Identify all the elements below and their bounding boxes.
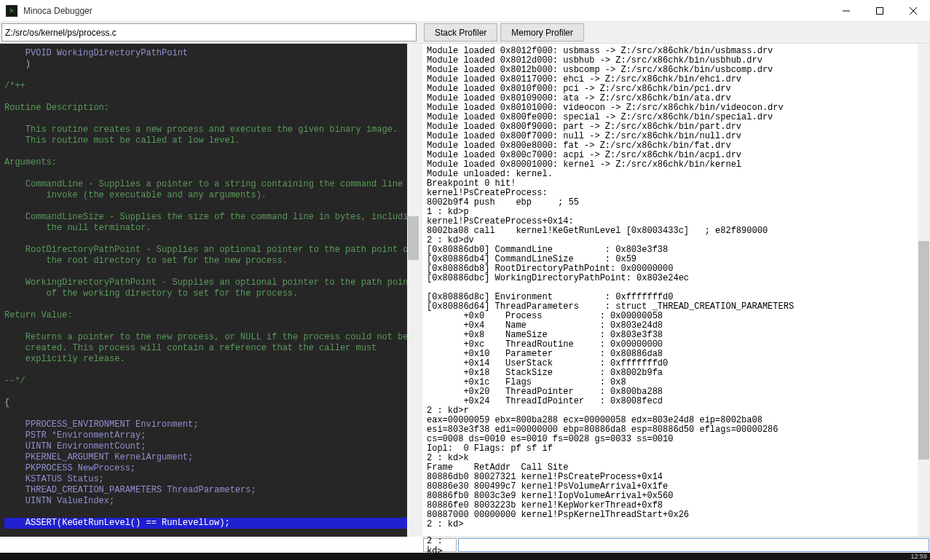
taskbar: 12:59	[0, 553, 930, 560]
source-line	[4, 409, 419, 419]
close-button[interactable]	[896, 0, 930, 22]
source-line: CommandLine - Supplies a pointer to a st…	[4, 179, 419, 190]
source-line	[4, 70, 419, 81]
debug-output-line: 2 : kd>	[427, 520, 926, 529]
source-line: ASSERT(KeGetRunLevel() == RunLevelLow);	[4, 518, 419, 529]
source-line: Routine Description:	[4, 103, 419, 114]
source-line: This routine creates a new process and e…	[4, 125, 419, 135]
source-line	[4, 387, 419, 398]
debug-output-pane[interactable]: Module loaded 0x8012f000: usbmass -> Z:/…	[422, 44, 930, 537]
toolbar: Stack Profiler Memory Profiler	[0, 22, 930, 44]
source-line: THREAD_CREATION_PARAMETERS ThreadParamet…	[4, 485, 419, 496]
source-line: created. This process will contain a ref…	[4, 343, 419, 354]
source-line	[4, 234, 419, 245]
debug-output-line: [0x80886dbc] WorkingDirectoryPathPoint: …	[427, 274, 926, 283]
source-path-input[interactable]	[1, 23, 417, 42]
debug-output-line: 8002ba08 call kernel!KeGetRunLevel [0x80…	[427, 226, 926, 236]
debug-output-line: 8002b9f4 push ebp ; 55	[427, 198, 926, 208]
source-line: PSTR *EnvironmentArray;	[4, 430, 419, 441]
source-line: --*/	[4, 376, 419, 387]
source-scrollbar[interactable]	[407, 44, 419, 537]
source-line: Return Value:	[4, 310, 419, 321]
source-line: /*++	[4, 81, 419, 92]
source-line	[4, 146, 419, 157]
app-icon: >	[6, 5, 17, 17]
prompt-bar: 2 : kd>	[422, 537, 930, 553]
debug-output-line: +0x24 ThreadIdPointer : 0x8008fecd	[427, 397, 926, 406]
scrollbar-thumb[interactable]	[918, 241, 929, 460]
debug-output-line: Iopl: 0 Flags: pf sf if	[427, 444, 926, 454]
source-line: UINTN ValueIndex;	[4, 496, 419, 507]
source-line: This routine must be called at low level…	[4, 135, 419, 146]
source-line: RootDirectoryPathPoint - Supplies an opt…	[4, 245, 419, 256]
source-line: Returns a pointer to the new process, or…	[4, 332, 419, 343]
prompt-label: 2 : kd>	[423, 538, 457, 552]
source-line	[4, 92, 419, 103]
source-line: of the working directory to set for the …	[4, 288, 419, 299]
scrollbar-thumb[interactable]	[408, 216, 419, 260]
source-line	[4, 267, 419, 277]
source-line: WorkingDirectoryPathPoint - Supplies an …	[4, 277, 419, 288]
source-line	[4, 321, 419, 332]
source-line: PPROCESS_ENVIRONMENT Environment;	[4, 419, 419, 430]
window-title: Minoca Debugger	[23, 6, 829, 16]
source-line: CommandLineSize - Supplies the size of t…	[4, 212, 419, 223]
source-line	[4, 114, 419, 125]
source-line	[4, 507, 419, 518]
main-split: PVOID WorkingDirectoryPathPoint ) /*++ R…	[0, 44, 930, 537]
source-line: PKPROCESS NewProcess;	[4, 463, 419, 474]
svg-rect-1	[877, 7, 883, 14]
source-line: Arguments:	[4, 157, 419, 168]
minimize-button[interactable]	[829, 0, 863, 22]
source-line	[4, 365, 419, 376]
source-line: invoke (the executable and any arguments…	[4, 190, 419, 201]
source-line	[4, 168, 419, 179]
source-line	[4, 201, 419, 212]
source-line: KSTATUS Status;	[4, 474, 419, 485]
source-line	[4, 529, 419, 537]
source-line: PVOID WorkingDirectoryPathPoint	[4, 48, 419, 59]
source-line: PKERNEL_ARGUMENT KernelArgument;	[4, 452, 419, 463]
debug-command-input[interactable]	[458, 538, 929, 552]
debug-output-line: 80887000 00000000 kernel!PspKernelThread…	[427, 510, 926, 520]
stack-profiler-button[interactable]: Stack Profiler	[424, 23, 497, 42]
source-line	[4, 299, 419, 310]
source-line: )	[4, 59, 419, 70]
maximize-button[interactable]	[863, 0, 896, 22]
source-line: {	[4, 398, 419, 409]
titlebar: > Minoca Debugger	[0, 0, 930, 22]
source-pane[interactable]: PVOID WorkingDirectoryPathPoint ) /*++ R…	[0, 44, 419, 537]
source-line: UINTN EnvironmentCount;	[4, 441, 419, 452]
source-line: explicitly release.	[4, 354, 419, 365]
debug-scrollbar[interactable]	[918, 44, 930, 537]
memory-profiler-button[interactable]: Memory Profiler	[500, 23, 584, 42]
source-line: the root directory to set for the new pr…	[4, 256, 419, 267]
source-line: the null terminator.	[4, 223, 419, 234]
taskbar-clock: 12:59	[910, 553, 927, 560]
